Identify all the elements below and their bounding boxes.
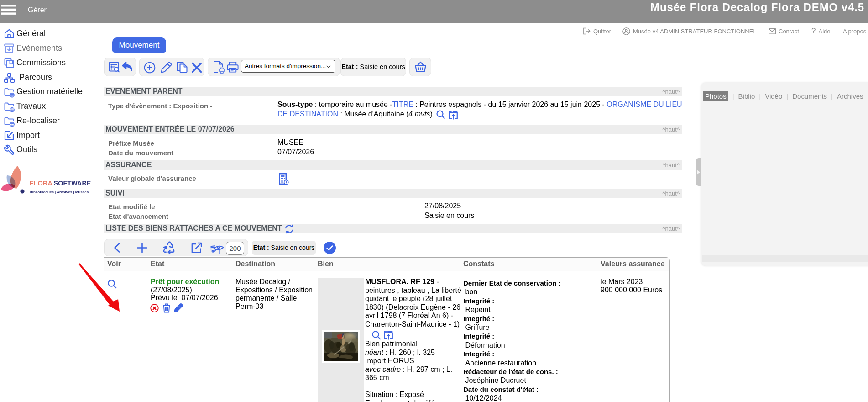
svg-text:SOFTWARE: SOFTWARE <box>54 180 91 187</box>
svg-text:FLORA: FLORA <box>30 180 52 187</box>
svg-text:Bibliothèques | Archives | Mus: Bibliothèques | Archives | Musées <box>30 190 89 194</box>
